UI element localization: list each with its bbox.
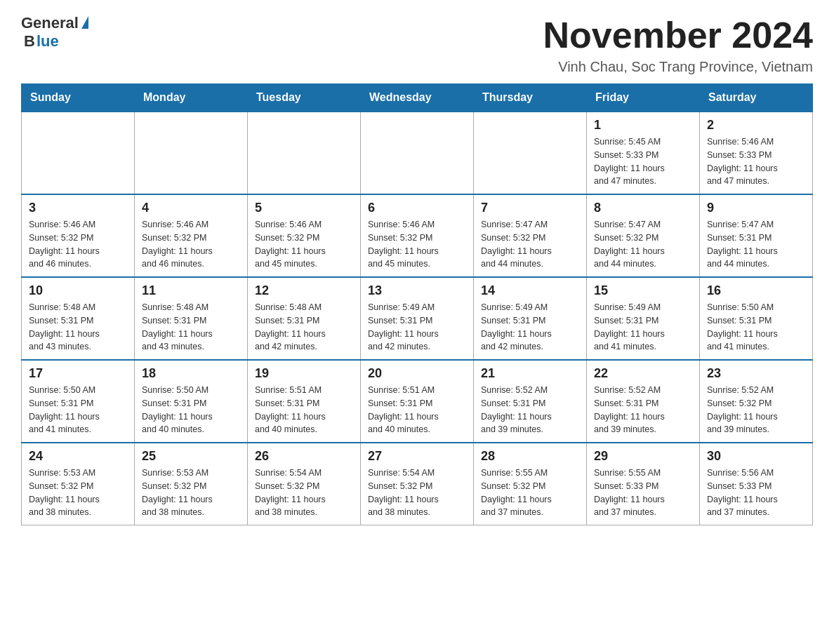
calendar-cell-week3-day5: 15Sunrise: 5:49 AMSunset: 5:31 PMDayligh…: [587, 277, 700, 360]
calendar-cell-week2-day4: 7Sunrise: 5:47 AMSunset: 5:32 PMDaylight…: [474, 194, 587, 277]
logo-b-text: B: [24, 32, 35, 51]
day-info: Sunrise: 5:51 AMSunset: 5:31 PMDaylight:…: [368, 384, 466, 436]
day-number: 12: [255, 283, 353, 298]
day-info: Sunrise: 5:47 AMSunset: 5:32 PMDaylight:…: [481, 218, 579, 271]
calendar-cell-week4-day3: 20Sunrise: 5:51 AMSunset: 5:31 PMDayligh…: [361, 360, 474, 443]
title-section: November 2024 Vinh Chau, Soc Trang Provi…: [543, 14, 813, 75]
day-info: Sunrise: 5:50 AMSunset: 5:31 PMDaylight:…: [707, 301, 805, 354]
calendar-cell-week1-day2: [248, 112, 361, 194]
calendar-cell-week4-day0: 17Sunrise: 5:50 AMSunset: 5:31 PMDayligh…: [22, 360, 135, 443]
day-info: Sunrise: 5:54 AMSunset: 5:32 PMDaylight:…: [368, 467, 466, 519]
logo-blue-text: lue: [37, 32, 59, 51]
week-row-5: 24Sunrise: 5:53 AMSunset: 5:32 PMDayligh…: [22, 443, 813, 525]
day-info: Sunrise: 5:45 AMSunset: 5:33 PMDaylight:…: [594, 135, 692, 188]
day-number: 20: [368, 366, 466, 381]
day-number: 6: [368, 201, 466, 215]
day-number: 22: [594, 366, 692, 381]
main-title: November 2024: [543, 14, 813, 56]
day-number: 13: [368, 283, 466, 298]
week-row-4: 17Sunrise: 5:50 AMSunset: 5:31 PMDayligh…: [22, 360, 813, 443]
day-number: 29: [594, 449, 692, 464]
day-info: Sunrise: 5:51 AMSunset: 5:31 PMDaylight:…: [255, 384, 353, 436]
day-info: Sunrise: 5:52 AMSunset: 5:31 PMDaylight:…: [481, 384, 579, 436]
day-number: 24: [29, 449, 127, 464]
logo-top: General: [21, 14, 88, 32]
day-number: 8: [594, 201, 692, 215]
day-info: Sunrise: 5:48 AMSunset: 5:31 PMDaylight:…: [29, 301, 127, 354]
calendar-cell-week5-day4: 28Sunrise: 5:55 AMSunset: 5:32 PMDayligh…: [474, 443, 587, 525]
calendar-header-wednesday: Wednesday: [361, 84, 474, 112]
day-info: Sunrise: 5:56 AMSunset: 5:33 PMDaylight:…: [707, 467, 805, 519]
calendar-cell-week2-day0: 3Sunrise: 5:46 AMSunset: 5:32 PMDaylight…: [22, 194, 135, 277]
day-info: Sunrise: 5:55 AMSunset: 5:33 PMDaylight:…: [594, 467, 692, 519]
day-info: Sunrise: 5:47 AMSunset: 5:31 PMDaylight:…: [707, 218, 805, 271]
day-number: 2: [707, 118, 805, 133]
calendar-cell-week3-day3: 13Sunrise: 5:49 AMSunset: 5:31 PMDayligh…: [361, 277, 474, 360]
calendar-cell-week3-day6: 16Sunrise: 5:50 AMSunset: 5:31 PMDayligh…: [700, 277, 813, 360]
day-number: 23: [707, 366, 805, 381]
calendar-cell-week3-day1: 11Sunrise: 5:48 AMSunset: 5:31 PMDayligh…: [135, 277, 248, 360]
day-number: 18: [142, 366, 240, 381]
day-number: 7: [481, 201, 579, 215]
calendar-cell-week3-day2: 12Sunrise: 5:48 AMSunset: 5:31 PMDayligh…: [248, 277, 361, 360]
calendar-cell-week5-day0: 24Sunrise: 5:53 AMSunset: 5:32 PMDayligh…: [22, 443, 135, 525]
logo-general-text: General: [21, 14, 79, 32]
day-number: 1: [594, 118, 692, 133]
calendar-header-friday: Friday: [587, 84, 700, 112]
calendar-cell-week2-day3: 6Sunrise: 5:46 AMSunset: 5:32 PMDaylight…: [361, 194, 474, 277]
day-info: Sunrise: 5:50 AMSunset: 5:31 PMDaylight:…: [29, 384, 127, 436]
day-info: Sunrise: 5:46 AMSunset: 5:32 PMDaylight:…: [29, 218, 127, 271]
calendar-cell-week1-day4: [474, 112, 587, 194]
day-info: Sunrise: 5:52 AMSunset: 5:31 PMDaylight:…: [594, 384, 692, 436]
day-number: 11: [142, 283, 240, 298]
subtitle: Vinh Chau, Soc Trang Province, Vietnam: [543, 59, 813, 75]
day-info: Sunrise: 5:48 AMSunset: 5:31 PMDaylight:…: [142, 301, 240, 354]
header: General B lue November 2024 Vinh Chau, S…: [21, 14, 813, 75]
week-row-1: 1Sunrise: 5:45 AMSunset: 5:33 PMDaylight…: [22, 112, 813, 194]
day-info: Sunrise: 5:46 AMSunset: 5:32 PMDaylight:…: [368, 218, 466, 271]
calendar-cell-week5-day3: 27Sunrise: 5:54 AMSunset: 5:32 PMDayligh…: [361, 443, 474, 525]
calendar-cell-week4-day4: 21Sunrise: 5:52 AMSunset: 5:31 PMDayligh…: [474, 360, 587, 443]
calendar-header-thursday: Thursday: [474, 84, 587, 112]
day-number: 15: [594, 283, 692, 298]
day-info: Sunrise: 5:46 AMSunset: 5:32 PMDaylight:…: [255, 218, 353, 271]
calendar-cell-week5-day2: 26Sunrise: 5:54 AMSunset: 5:32 PMDayligh…: [248, 443, 361, 525]
calendar-cell-week2-day1: 4Sunrise: 5:46 AMSunset: 5:32 PMDaylight…: [135, 194, 248, 277]
calendar-cell-week5-day1: 25Sunrise: 5:53 AMSunset: 5:32 PMDayligh…: [135, 443, 248, 525]
day-info: Sunrise: 5:46 AMSunset: 5:32 PMDaylight:…: [142, 218, 240, 271]
day-number: 10: [29, 283, 127, 298]
day-info: Sunrise: 5:47 AMSunset: 5:32 PMDaylight:…: [594, 218, 692, 271]
calendar-cell-week1-day1: [135, 112, 248, 194]
day-info: Sunrise: 5:53 AMSunset: 5:32 PMDaylight:…: [142, 467, 240, 519]
day-number: 5: [255, 201, 353, 215]
day-info: Sunrise: 5:50 AMSunset: 5:31 PMDaylight:…: [142, 384, 240, 436]
calendar-cell-week3-day0: 10Sunrise: 5:48 AMSunset: 5:31 PMDayligh…: [22, 277, 135, 360]
calendar-cell-week4-day2: 19Sunrise: 5:51 AMSunset: 5:31 PMDayligh…: [248, 360, 361, 443]
day-info: Sunrise: 5:52 AMSunset: 5:32 PMDaylight:…: [707, 384, 805, 436]
logo: General B lue: [21, 14, 88, 51]
calendar-table: SundayMondayTuesdayWednesdayThursdayFrid…: [21, 83, 813, 525]
calendar-header-monday: Monday: [135, 84, 248, 112]
logo-triangle-icon: [81, 16, 88, 29]
day-number: 16: [707, 283, 805, 298]
calendar-header-tuesday: Tuesday: [248, 84, 361, 112]
calendar-cell-week2-day2: 5Sunrise: 5:46 AMSunset: 5:32 PMDaylight…: [248, 194, 361, 277]
day-number: 14: [481, 283, 579, 298]
calendar-cell-week3-day4: 14Sunrise: 5:49 AMSunset: 5:31 PMDayligh…: [474, 277, 587, 360]
day-number: 30: [707, 449, 805, 464]
week-row-3: 10Sunrise: 5:48 AMSunset: 5:31 PMDayligh…: [22, 277, 813, 360]
calendar-cell-week5-day5: 29Sunrise: 5:55 AMSunset: 5:33 PMDayligh…: [587, 443, 700, 525]
day-number: 27: [368, 449, 466, 464]
calendar-cell-week1-day6: 2Sunrise: 5:46 AMSunset: 5:33 PMDaylight…: [700, 112, 813, 194]
calendar-cell-week1-day3: [361, 112, 474, 194]
day-number: 28: [481, 449, 579, 464]
day-info: Sunrise: 5:53 AMSunset: 5:32 PMDaylight:…: [29, 467, 127, 519]
calendar-header-saturday: Saturday: [700, 84, 813, 112]
calendar-cell-week1-day5: 1Sunrise: 5:45 AMSunset: 5:33 PMDaylight…: [587, 112, 700, 194]
week-row-2: 3Sunrise: 5:46 AMSunset: 5:32 PMDaylight…: [22, 194, 813, 277]
day-info: Sunrise: 5:55 AMSunset: 5:32 PMDaylight:…: [481, 467, 579, 519]
calendar-cell-week2-day6: 9Sunrise: 5:47 AMSunset: 5:31 PMDaylight…: [700, 194, 813, 277]
calendar-header-sunday: Sunday: [22, 84, 135, 112]
calendar-header-row: SundayMondayTuesdayWednesdayThursdayFrid…: [22, 84, 813, 112]
day-info: Sunrise: 5:49 AMSunset: 5:31 PMDaylight:…: [481, 301, 579, 354]
